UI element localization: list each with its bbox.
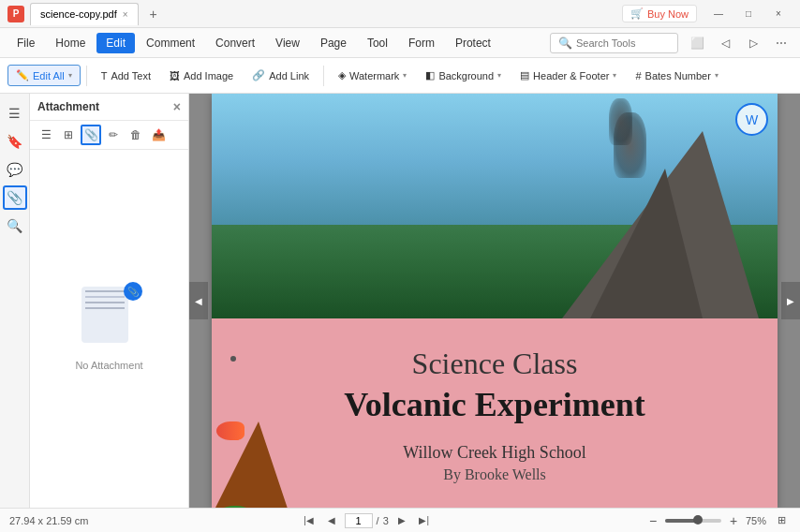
new-tab-button[interactable]: + bbox=[144, 5, 163, 23]
prev-page-button[interactable]: ◀ bbox=[322, 512, 341, 529]
sidebar-item-thumbnail[interactable]: ☰ bbox=[3, 101, 27, 126]
fit-page-button[interactable]: ⊞ bbox=[772, 512, 791, 529]
add-text-button[interactable]: T Add Text bbox=[93, 66, 159, 86]
title-bar: P science-copy.pdf × + 🛒 Buy Now — □ × bbox=[0, 0, 800, 28]
text-icon: T bbox=[101, 70, 108, 81]
back-icon[interactable]: ◁ bbox=[714, 32, 736, 54]
sidebar-item-search[interactable]: 🔍 bbox=[3, 214, 27, 238]
menu-page[interactable]: Page bbox=[311, 33, 356, 53]
buy-now-button[interactable]: 🛒 Buy Now bbox=[622, 5, 697, 22]
title-bar-right: 🛒 Buy Now — □ × bbox=[622, 5, 793, 23]
add-image-button[interactable]: 🖼 Add Image bbox=[161, 66, 242, 86]
forward-icon[interactable]: ▷ bbox=[742, 32, 764, 54]
menu-tool[interactable]: Tool bbox=[358, 33, 397, 53]
buy-now-label: Buy Now bbox=[647, 8, 689, 20]
tab-filename: science-copy.pdf bbox=[40, 8, 117, 20]
panel-header: Attachment × bbox=[30, 94, 188, 121]
watermark-label: Watermark bbox=[349, 70, 399, 81]
cart-icon: 🛒 bbox=[630, 7, 644, 20]
page-dimensions: 27.94 x 21.59 cm bbox=[9, 515, 88, 526]
edit-all-dropdown-icon: ▾ bbox=[68, 71, 72, 80]
pdf-viewer-area: ◀ W Science Class Volcanic Experiment Wi… bbox=[189, 94, 800, 508]
header-footer-button[interactable]: ▤ Header & Footer ▾ bbox=[511, 65, 625, 86]
menu-view[interactable]: View bbox=[266, 33, 309, 53]
panel-title: Attachment bbox=[37, 100, 99, 113]
next-page-button[interactable]: ▶ bbox=[393, 512, 411, 529]
attachment-content: 📎 No Attachment bbox=[30, 150, 188, 508]
menu-bar: File Home Edit Comment Convert View Page… bbox=[0, 28, 800, 58]
status-right: − + 75% ⊞ bbox=[644, 512, 791, 529]
search-tools-box[interactable]: 🔍 bbox=[550, 33, 678, 53]
watermark-icon: ◈ bbox=[338, 69, 346, 81]
external-link-icon[interactable]: ⬜ bbox=[686, 32, 708, 54]
toolbar-separator-2 bbox=[323, 66, 324, 86]
sidebar-item-attachment[interactable]: 📎 bbox=[3, 185, 27, 210]
attachment-panel: Attachment × ☰ ⊞ 📎 ✏ 🗑 📤 📎 No Attachment bbox=[30, 94, 189, 508]
menu-home[interactable]: Home bbox=[46, 33, 95, 53]
tab-close-button[interactable]: × bbox=[123, 9, 128, 20]
bates-dropdown-icon: ▾ bbox=[715, 71, 719, 80]
panel-tool-attach[interactable]: 📎 bbox=[81, 125, 101, 145]
menu-form[interactable]: Form bbox=[399, 33, 444, 53]
zoom-in-button[interactable]: + bbox=[725, 512, 742, 529]
search-tools-input[interactable] bbox=[576, 37, 670, 49]
sidebar-item-comment[interactable]: 💬 bbox=[3, 157, 27, 182]
menu-comment[interactable]: Comment bbox=[137, 33, 204, 53]
last-page-button[interactable]: ▶| bbox=[415, 512, 434, 529]
search-icon: 🔍 bbox=[558, 37, 572, 50]
bates-number-button[interactable]: # Bates Number ▾ bbox=[627, 66, 726, 86]
window-controls: — □ × bbox=[704, 5, 793, 23]
sidebar-icons: ☰ 🔖 💬 📎 🔍 bbox=[0, 94, 30, 508]
header-footer-label: Header & Footer bbox=[533, 70, 609, 81]
add-text-label: Add Text bbox=[111, 70, 151, 81]
menu-edit[interactable]: Edit bbox=[96, 33, 135, 53]
status-bar: 27.94 x 21.59 cm |◀ ◀ / 3 ▶ ▶| − + 75% ⊞ bbox=[0, 508, 800, 532]
link-icon: 🔗 bbox=[252, 69, 265, 81]
more-options-icon[interactable]: ⋯ bbox=[770, 32, 793, 54]
main-content: ☰ 🔖 💬 📎 🔍 Attachment × ☰ ⊞ 📎 ✏ 🗑 📤 bbox=[0, 94, 800, 508]
watermark-dropdown-icon: ▾ bbox=[403, 71, 407, 80]
panel-tool-delete[interactable]: 🗑 bbox=[126, 125, 146, 145]
image-icon: 🖼 bbox=[170, 70, 180, 81]
panel-close-button[interactable]: × bbox=[173, 99, 181, 114]
panel-tool-edit[interactable]: ✏ bbox=[103, 125, 124, 145]
panel-toolbar: ☰ ⊞ 📎 ✏ 🗑 📤 bbox=[30, 121, 188, 150]
header-footer-dropdown-icon: ▾ bbox=[613, 71, 616, 80]
menu-convert[interactable]: Convert bbox=[206, 33, 264, 53]
watermark-badge[interactable]: W bbox=[735, 103, 768, 136]
prev-page-arrow[interactable]: ◀ bbox=[189, 282, 208, 319]
pdf-title-science: Science Class bbox=[230, 347, 759, 381]
status-center: |◀ ◀ / 3 ▶ ▶| bbox=[96, 512, 637, 529]
background-dropdown-icon: ▾ bbox=[497, 71, 501, 80]
edit-all-button[interactable]: ✏️ Edit All ▾ bbox=[7, 65, 81, 86]
title-bar-left: P science-copy.pdf × + bbox=[7, 3, 622, 25]
pdf-page: W Science Class Volcanic Experiment Will… bbox=[212, 94, 778, 508]
add-image-label: Add Image bbox=[184, 70, 233, 81]
menu-right-actions: ⬜ ◁ ▷ ⋯ bbox=[686, 32, 793, 54]
first-page-button[interactable]: |◀ bbox=[300, 512, 319, 529]
minimize-button[interactable]: — bbox=[704, 5, 733, 23]
zoom-out-button[interactable]: − bbox=[644, 512, 661, 529]
maximize-button[interactable]: □ bbox=[734, 5, 763, 23]
attachment-empty-icon: 📎 bbox=[81, 287, 138, 352]
zoom-slider[interactable] bbox=[665, 519, 721, 523]
add-link-button[interactable]: 🔗 Add Link bbox=[244, 65, 318, 86]
sidebar-item-bookmark[interactable]: 🔖 bbox=[3, 129, 27, 154]
watermark-button[interactable]: ◈ Watermark ▾ bbox=[330, 65, 415, 86]
page-number-input[interactable] bbox=[345, 513, 373, 528]
background-button[interactable]: ◧ Background ▾ bbox=[417, 65, 510, 86]
panel-tool-list[interactable]: ☰ bbox=[36, 125, 56, 145]
page-navigation: |◀ ◀ / 3 ▶ ▶| bbox=[300, 512, 434, 529]
total-pages: 3 bbox=[383, 515, 389, 526]
next-page-arrow[interactable]: ▶ bbox=[781, 282, 800, 319]
header-icon: ▤ bbox=[520, 69, 529, 81]
zoom-slider-thumb[interactable] bbox=[693, 515, 703, 525]
bates-number-label: Bates Number bbox=[645, 70, 711, 81]
window-close-button[interactable]: × bbox=[764, 5, 793, 23]
active-tab[interactable]: science-copy.pdf × bbox=[30, 3, 139, 25]
panel-tool-export[interactable]: 📤 bbox=[148, 125, 169, 145]
menu-file[interactable]: File bbox=[7, 33, 44, 53]
menu-protect[interactable]: Protect bbox=[446, 33, 500, 53]
panel-tool-grid[interactable]: ⊞ bbox=[58, 125, 79, 145]
dot-decoration bbox=[230, 356, 236, 362]
